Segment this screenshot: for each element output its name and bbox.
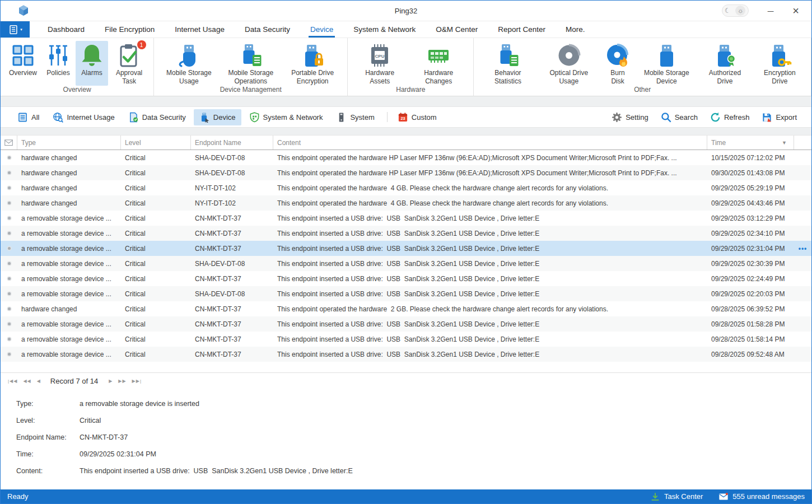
table-row[interactable]: a removable storage device ...CriticalSH… <box>1 256 811 271</box>
ribbon-group-device-management: Mobile Storage UsageMobile Storage Opera… <box>154 38 348 96</box>
cell-time: 09/29/2025 02:20:03 PM <box>707 286 794 301</box>
menu-item-more[interactable]: More. <box>556 21 595 38</box>
ribbon-button-mobile-storage-operations[interactable]: Mobile Storage Operations <box>221 41 281 86</box>
unread-messages-button[interactable]: 555 unread messages <box>718 492 805 502</box>
filter-tab-system[interactable]: System <box>330 109 380 125</box>
last-page-button[interactable]: ▶▶| <box>132 379 142 384</box>
alarm-bell-icon <box>80 43 104 68</box>
detail-label: Time: <box>16 449 80 460</box>
task-center-button[interactable]: Task Center <box>650 492 703 502</box>
menu-item-dashboard[interactable]: Dashboard <box>38 21 95 38</box>
cell-type: a removable storage device ... <box>17 271 121 286</box>
ribbon-button-policies[interactable]: Policies <box>42 41 74 86</box>
table-row[interactable]: a removable storage device ...CriticalCN… <box>1 332 811 347</box>
column-header-content[interactable]: Content <box>273 136 707 150</box>
ribbon-button-alarms[interactable]: Alarms <box>76 41 108 86</box>
column-header-type[interactable]: Type <box>17 136 121 150</box>
ribbon-button-burn-disk[interactable]: Burn Disk <box>600 41 635 86</box>
next-fast-button[interactable]: ▶▶ <box>118 379 126 384</box>
table-row[interactable]: a removable storage device ...CriticalCN… <box>1 226 811 241</box>
column-header-label: Type <box>21 139 36 147</box>
ribbon-button-encryption-drive[interactable]: Encryption Drive <box>753 41 806 86</box>
ribbon-button-portable-drive-encryption[interactable]: Portable Drive Encryption <box>282 41 343 86</box>
app-menu-button[interactable]: ▾ <box>1 21 30 38</box>
cell-time: 09/29/2025 02:30:39 PM <box>707 256 794 271</box>
table-row[interactable]: a removable storage device ...CriticalSH… <box>1 286 811 301</box>
ribbon-button-behavior-statistics[interactable]: Behavior Statistics <box>478 41 537 86</box>
menu-item-report-center[interactable]: Report Center <box>488 21 556 38</box>
column-header-endpoint-name[interactable]: Endpoint Name <box>191 136 273 150</box>
cell-type: hardware changed <box>17 180 121 195</box>
ribbon-button-optical-drive-usage[interactable]: Optical Drive Usage <box>539 41 599 86</box>
detail-panel: Type:a removable storage device is inser… <box>1 389 811 489</box>
ribbon-button-authorized-drive[interactable]: Authorized Drive <box>698 41 752 86</box>
shield-icon <box>249 112 260 123</box>
action-export-button[interactable]: Export <box>756 109 802 125</box>
ribbon-button-mobile-storage-device[interactable]: Mobile Storage Device <box>636 41 697 86</box>
filter-tab-system-network[interactable]: System & Network <box>244 109 329 125</box>
table-row[interactable]: hardware changedCriticalNY-IT-DT-102This… <box>1 180 811 195</box>
table-row[interactable]: a removable storage device ...CriticalCN… <box>1 271 811 286</box>
ribbon-button-approval-task[interactable]: 1Approval Task <box>109 41 149 86</box>
usb-cable-icon <box>176 43 201 68</box>
separator <box>387 112 388 122</box>
detail-value: CN-MKT-DT-37 <box>80 432 128 443</box>
ribbon-button-mobile-storage-usage[interactable]: Mobile Storage Usage <box>158 41 219 86</box>
filter-tab-internet-usage[interactable]: Internet Usage <box>47 109 120 125</box>
cell-type: a removable storage device ... <box>17 256 121 271</box>
action-refresh-button[interactable]: Refresh <box>704 109 755 125</box>
menu-item-o-m-center[interactable]: O&M Center <box>426 21 488 38</box>
menu-item-file-encryption[interactable]: File Encryption <box>95 21 165 38</box>
app-window: Ping32 ☾ ☼ ─ × ▾ DashboardFile Encryptio… <box>1 1 811 503</box>
action-setting-button[interactable]: Setting <box>606 109 654 125</box>
first-page-button[interactable]: |◀◀ <box>8 379 17 384</box>
table-row[interactable]: a removable storage device ...CriticalCN… <box>1 241 811 256</box>
ribbon-button-hardware-changes[interactable]: Hardware Changes <box>408 41 469 86</box>
cell-content: This endpoint operated the hardware HP L… <box>273 165 707 180</box>
prev-fast-button[interactable]: ◀◀ <box>23 379 31 384</box>
filter-tab-data-security[interactable]: Data Security <box>123 109 192 125</box>
spacer <box>1 362 811 372</box>
table-row[interactable]: hardware changedCriticalNY-IT-DT-102This… <box>1 195 811 211</box>
ribbon-button-label: Hardware Changes <box>412 69 465 86</box>
menu-item-system-network[interactable]: System & Network <box>343 21 426 38</box>
cell-level: Critical <box>121 271 191 286</box>
approval-task-icon: 1 <box>117 43 142 68</box>
cell-endpoint-name: SHA-DEV-DT-08 <box>191 150 273 165</box>
close-button[interactable]: × <box>792 5 799 16</box>
table-row[interactable]: a removable storage device ...CriticalCN… <box>1 211 811 226</box>
table-row[interactable]: hardware changedCriticalSHA-DEV-DT-08Thi… <box>1 150 811 165</box>
menu-item-device[interactable]: Device <box>300 21 343 38</box>
next-page-button[interactable]: ▶ <box>109 379 113 384</box>
ribbon-button-overview[interactable]: Overview <box>5 41 41 86</box>
table-row[interactable]: hardware changedCriticalCN-MKT-DT-37This… <box>1 301 811 316</box>
column-header-time[interactable]: Time▼ <box>707 136 794 150</box>
row-actions-button[interactable]: ••• <box>799 245 808 253</box>
search-icon <box>661 112 671 123</box>
filter-tab-label: System <box>350 113 374 122</box>
theme-toggle[interactable]: ☾ ☼ <box>722 4 749 17</box>
minimize-button[interactable]: ─ <box>768 7 774 15</box>
prev-page-button[interactable]: ◀ <box>37 379 41 384</box>
action-search-button[interactable]: Search <box>655 109 703 125</box>
table-row[interactable]: a removable storage device ...CriticalCN… <box>1 347 811 362</box>
menu-item-data-security[interactable]: Data Security <box>235 21 300 38</box>
column-filter-arrow-icon[interactable]: ▼ <box>782 140 794 146</box>
moon-icon[interactable]: ☾ <box>725 7 731 14</box>
ribbon-button-hardware-assets[interactable]: CPUHardware Assets <box>352 41 407 86</box>
detail-value: 09/29/2025 02:31:04 PM <box>80 449 156 460</box>
filter-tab-custom[interactable]: 23Custom <box>392 109 442 125</box>
alarm-dot-icon <box>8 156 11 159</box>
table-row[interactable]: a removable storage device ...CriticalCN… <box>1 316 811 332</box>
sun-icon[interactable]: ☼ <box>735 6 745 16</box>
menu-item-internet-usage[interactable]: Internet Usage <box>165 21 235 38</box>
spacer <box>1 128 811 135</box>
cell-level: Critical <box>121 180 191 195</box>
filter-tab-device[interactable]: Device <box>194 109 241 125</box>
cell-time: 09/28/2025 01:58:14 PM <box>707 332 794 347</box>
filter-tab-all[interactable]: All <box>12 109 45 125</box>
cell-content: This endpoint inserted a USB drive: USB … <box>273 286 707 301</box>
column-header-level[interactable]: Level <box>121 136 191 150</box>
action-label: Refresh <box>724 113 750 122</box>
table-row[interactable]: hardware changedCriticalSHA-DEV-DT-08Thi… <box>1 165 811 180</box>
